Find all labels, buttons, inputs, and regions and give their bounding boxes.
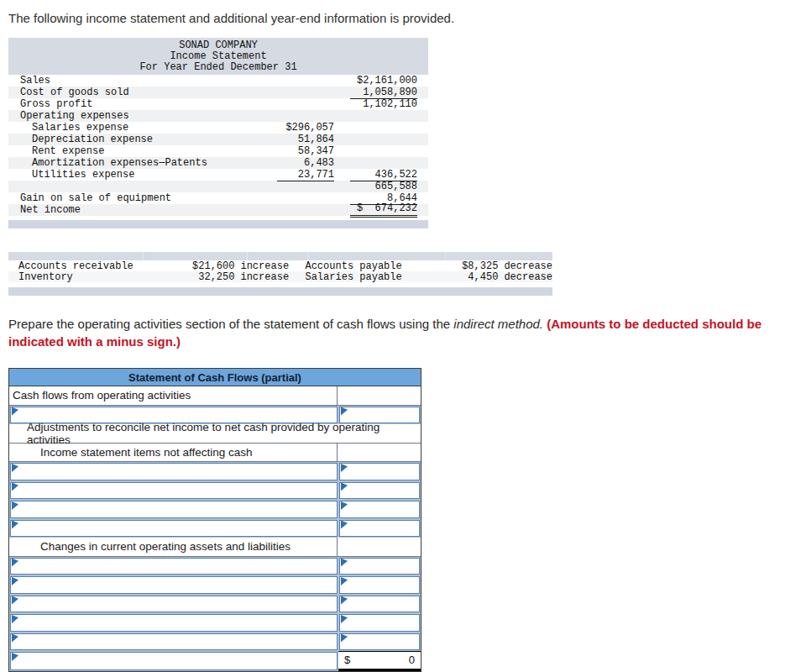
cell-marker-icon bbox=[341, 501, 348, 510]
cf-account-input[interactable] bbox=[10, 576, 338, 594]
cell-marker-icon bbox=[12, 501, 18, 510]
cf-adjustments-row: Adjustments to reconcile net income to n… bbox=[9, 424, 421, 444]
instruction-italic: indirect method. bbox=[453, 317, 543, 331]
table-row: Utilities expense23,771436,522 bbox=[8, 169, 428, 181]
table-row: Salaries expense$296,057 bbox=[8, 122, 428, 134]
cf-total-row: $ 0 bbox=[9, 651, 421, 671]
cell-marker-icon bbox=[12, 634, 18, 643]
cf-account-input[interactable] bbox=[10, 501, 338, 518]
cell-marker-icon bbox=[341, 407, 348, 416]
cf-account-input[interactable] bbox=[10, 596, 338, 613]
cf-account-input[interactable] bbox=[10, 463, 338, 480]
total-value: 0 bbox=[409, 654, 415, 666]
account-direction: decrease bbox=[504, 260, 552, 272]
cell-marker-icon bbox=[12, 483, 18, 491]
cell-marker-icon bbox=[12, 464, 18, 472]
income-statement-table: SONAD COMPANY Income Statement For Year … bbox=[8, 38, 428, 216]
cell-marker-icon bbox=[341, 559, 348, 567]
instruction-text: Prepare the operating activities section… bbox=[8, 316, 798, 350]
account-label: Accounts payable bbox=[305, 260, 426, 272]
cf-input-row bbox=[9, 481, 421, 501]
cf-amount-input[interactable] bbox=[339, 633, 420, 651]
account-label: Salaries payable bbox=[305, 271, 426, 283]
cell-marker-icon bbox=[341, 483, 348, 491]
income-statement-header: SONAD COMPANY Income Statement For Year … bbox=[8, 38, 428, 75]
cf-input-row bbox=[9, 406, 421, 425]
cf-empty-amount-cell bbox=[338, 538, 421, 556]
cell-marker-icon bbox=[341, 596, 348, 605]
table-row: Cost of goods sold1,058,890 bbox=[8, 87, 428, 98]
currency-symbol: $ bbox=[344, 654, 350, 666]
account-direction: decrease bbox=[504, 271, 552, 283]
cf-input-row bbox=[9, 575, 421, 595]
cf-adjustments-label: Adjustments to reconcile net income to n… bbox=[9, 424, 421, 443]
cell-marker-icon bbox=[12, 577, 18, 585]
cf-empty-amount-cell bbox=[338, 444, 421, 462]
cf-changes-row: Changes in current operating assets and … bbox=[9, 538, 421, 557]
table-bottom-band bbox=[8, 287, 552, 296]
cell-marker-icon bbox=[341, 615, 348, 623]
cf-empty-amount-cell bbox=[338, 386, 421, 405]
statement-period: For Year Ended December 31 bbox=[8, 62, 428, 73]
cf-income-items-label: Income statement items not affecting cas… bbox=[9, 444, 338, 462]
cf-input-row bbox=[9, 500, 421, 519]
account-label: Inventory bbox=[8, 271, 146, 283]
cell-marker-icon bbox=[12, 615, 18, 623]
table-row: Gross profit1,102,110 bbox=[8, 98, 428, 110]
cash-flow-table-title: Statement of Cash Flows (partial) bbox=[9, 369, 421, 386]
account-direction: increase bbox=[240, 271, 287, 283]
account-amount: 4,450 bbox=[427, 271, 499, 283]
cell-marker-icon bbox=[341, 577, 348, 585]
cf-changes-label: Changes in current operating assets and … bbox=[9, 538, 338, 556]
cell-marker-icon bbox=[12, 596, 18, 605]
cf-amount-input[interactable] bbox=[339, 407, 420, 424]
cf-amount-input[interactable] bbox=[339, 558, 420, 575]
table-row: Rent expense58,347 bbox=[8, 145, 428, 157]
cell-marker-icon bbox=[12, 559, 18, 567]
cf-input-row bbox=[9, 462, 421, 481]
cf-section-label: Cash flows from operating activities bbox=[9, 386, 338, 405]
cf-input-row bbox=[9, 633, 421, 652]
table-row: Inventory 32,250 increase Salaries payab… bbox=[8, 271, 552, 282]
table-row: Operating expenses bbox=[8, 110, 428, 122]
table-row: 665,588 bbox=[8, 181, 428, 192]
cf-account-input[interactable] bbox=[10, 407, 338, 424]
cell-marker-icon bbox=[341, 521, 348, 529]
cf-total-cell: $ 0 bbox=[338, 651, 421, 671]
cf-income-items-row: Income statement items not affecting cas… bbox=[9, 444, 421, 463]
cf-input-row bbox=[9, 613, 421, 633]
cf-amount-input[interactable] bbox=[339, 614, 420, 632]
account-amount: $8,325 bbox=[427, 260, 499, 272]
cf-amount-input[interactable] bbox=[339, 463, 420, 480]
cash-flow-statement-table: Statement of Cash Flows (partial) Cash f… bbox=[8, 368, 421, 672]
account-label: Accounts receivable bbox=[8, 260, 146, 272]
cell-marker-icon bbox=[341, 464, 348, 472]
cell-marker-icon bbox=[341, 634, 348, 643]
cf-account-input[interactable] bbox=[10, 520, 338, 538]
cell-marker-icon bbox=[12, 521, 18, 529]
cf-account-input[interactable] bbox=[10, 482, 338, 500]
account-direction: increase bbox=[240, 260, 287, 272]
table-top-band bbox=[8, 252, 552, 260]
account-amount: $21,600 bbox=[146, 260, 234, 272]
table-row: Accounts receivable $21,600 increase Acc… bbox=[8, 260, 552, 271]
cf-account-input[interactable] bbox=[10, 652, 338, 670]
cf-account-input[interactable] bbox=[10, 558, 338, 575]
cf-amount-input[interactable] bbox=[339, 482, 420, 500]
cf-input-row bbox=[9, 595, 421, 614]
cf-section-row: Cash flows from operating activities bbox=[9, 386, 421, 406]
cf-account-input[interactable] bbox=[10, 633, 338, 651]
intro-text: The following income statement and addit… bbox=[8, 10, 801, 27]
cf-amount-input[interactable] bbox=[339, 596, 420, 613]
account-amount: 32,250 bbox=[146, 271, 234, 283]
cf-amount-input[interactable] bbox=[339, 520, 420, 538]
cell-marker-icon bbox=[12, 653, 18, 661]
cf-account-input[interactable] bbox=[10, 614, 338, 632]
table-bottom-band bbox=[8, 220, 428, 228]
cf-amount-input[interactable] bbox=[339, 501, 420, 518]
table-row: Depreciation expense51,864 bbox=[8, 134, 428, 145]
table-row: Net income$ 674,232 bbox=[8, 204, 428, 216]
cf-amount-input[interactable] bbox=[339, 576, 420, 594]
table-row: Amortization expenses—Patents6,483 bbox=[8, 157, 428, 169]
table-row: Sales$2,161,000 bbox=[8, 75, 428, 87]
